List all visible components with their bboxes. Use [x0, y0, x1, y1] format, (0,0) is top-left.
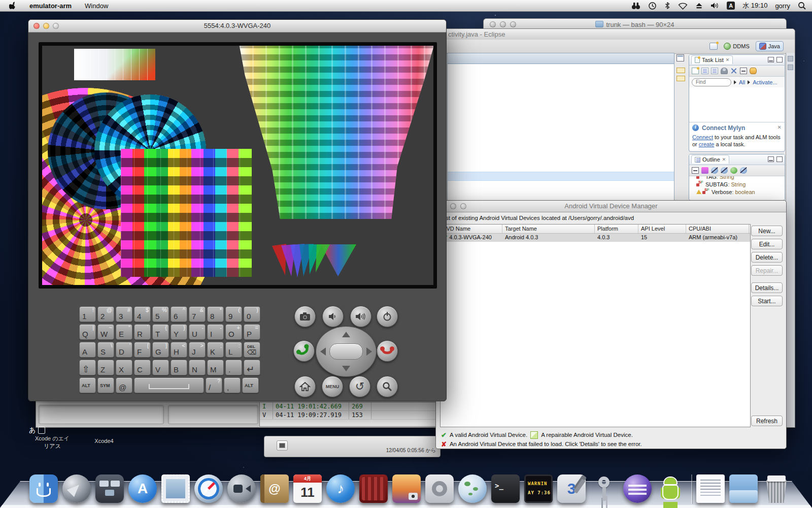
perspective-ddms[interactable]: DDMS: [721, 42, 752, 51]
dock-android[interactable]: [656, 474, 685, 503]
avd-table-row[interactable]: ✔4.0.3-WVGA-240Android 4.0.34.0.315ARM (…: [441, 234, 750, 242]
new-task-icon[interactable]: [692, 68, 699, 74]
key-c[interactable]: C: [134, 360, 151, 375]
key-l[interactable]: L:: [225, 342, 242, 358]
home-button[interactable]: [294, 376, 316, 397]
dpad-left-icon[interactable]: [320, 347, 326, 356]
dock-eclipse[interactable]: [623, 474, 652, 503]
minimize-icon[interactable]: [768, 57, 774, 62]
hide-static-icon[interactable]: [721, 167, 728, 174]
outline-item[interactable]: TAG : String: [696, 176, 785, 180]
filter-list-box[interactable]: [39, 405, 164, 424]
new-button[interactable]: New...: [751, 226, 783, 236]
desktop-alias-label[interactable]: Xcode のエイ リアス: [24, 435, 80, 450]
maximize-icon[interactable]: [776, 57, 783, 62]
emulator-screen[interactable]: [39, 42, 437, 289]
dock-finder[interactable]: [29, 474, 58, 503]
dpad-up-icon[interactable]: [342, 332, 350, 337]
editor-area[interactable]: [447, 53, 674, 202]
search-button[interactable]: [377, 376, 398, 397]
key-6[interactable]: 6^: [171, 306, 187, 322]
key-@[interactable]: @: [116, 377, 132, 393]
hide-local-icon[interactable]: [740, 167, 747, 174]
menu-clock[interactable]: 水 19:10: [742, 1, 767, 10]
maximize-icon[interactable]: [776, 156, 783, 162]
hide-fields-icon[interactable]: [711, 167, 718, 174]
key-5[interactable]: 5%: [152, 306, 169, 322]
dpad-center-button[interactable]: [329, 343, 363, 360]
delete-button[interactable]: Delete...: [751, 252, 783, 263]
dock-app-store[interactable]: A: [128, 474, 157, 503]
menu-button[interactable]: MENU: [322, 376, 343, 397]
key-z[interactable]: Z: [97, 360, 114, 375]
all-link[interactable]: All: [739, 79, 745, 85]
key-space[interactable]: [134, 377, 204, 393]
close-icon[interactable]: ✕: [777, 124, 782, 130]
key-w[interactable]: W~: [97, 324, 114, 340]
minimize-icon[interactable]: [768, 156, 774, 162]
key-3[interactable]: 3#: [116, 306, 132, 322]
power-button[interactable]: [377, 306, 398, 327]
dock-iphoto[interactable]: [392, 474, 421, 503]
key-v[interactable]: V: [152, 360, 169, 375]
eject-icon[interactable]: [695, 2, 703, 9]
key-q[interactable]: Q|: [79, 324, 96, 340]
dock-downloads[interactable]: [729, 474, 758, 503]
column-header[interactable]: Target Name: [502, 225, 595, 233]
key-y[interactable]: Y}: [171, 324, 187, 340]
collapse-all-icon[interactable]: [692, 167, 699, 174]
create-link[interactable]: create: [699, 141, 715, 147]
key-alt[interactable]: ALT: [79, 377, 96, 393]
input-method-badge[interactable]: A: [727, 2, 735, 10]
key-u[interactable]: U-: [189, 324, 206, 340]
key-del[interactable]: DEL⌫: [244, 342, 260, 358]
synchronize-icon[interactable]: [750, 68, 757, 74]
dock-facetime[interactable]: [227, 474, 256, 503]
desktop-xcode4-label[interactable]: Xcode4: [86, 438, 122, 444]
key-1[interactable]: 1!: [79, 306, 96, 322]
key-alt[interactable]: ALT: [242, 377, 259, 393]
perspective-java[interactable]: Java: [756, 41, 784, 51]
spotlight-icon[interactable]: [798, 2, 806, 10]
menu-window[interactable]: Window: [85, 2, 108, 10]
close-icon[interactable]: ✕: [726, 57, 730, 62]
dock-system-preferences[interactable]: [425, 474, 454, 503]
task-list-content[interactable]: [689, 87, 785, 122]
key-k[interactable]: K;: [207, 342, 224, 358]
call-button[interactable]: [293, 340, 315, 362]
dock-xcode[interactable]: 3: [557, 474, 586, 503]
open-perspective-icon[interactable]: [709, 43, 718, 50]
tab-task-list[interactable]: Task List ✕: [691, 55, 733, 64]
column-header[interactable]: AVD Name: [441, 225, 502, 233]
activate-link[interactable]: Activate...: [753, 79, 777, 85]
connect-link[interactable]: Connect: [692, 134, 713, 140]
key-s[interactable]: S\: [97, 342, 114, 358]
find-input[interactable]: [692, 78, 731, 86]
restore-view-icon[interactable]: [676, 54, 684, 61]
dock-itunes[interactable]: ♪: [326, 474, 355, 503]
details-button[interactable]: Details...: [751, 282, 783, 293]
key-p[interactable]: P=: [244, 324, 260, 340]
collapse-all-icon[interactable]: [740, 68, 747, 74]
key-x[interactable]: X: [116, 360, 132, 375]
dock-web-globe[interactable]: [458, 474, 487, 503]
key-0[interactable]: 0): [244, 306, 260, 322]
sort-az-icon[interactable]: [701, 167, 708, 174]
dock-calendar[interactable]: 4月11: [293, 474, 322, 503]
dpad-right-icon[interactable]: [366, 347, 372, 356]
key-d[interactable]: D': [116, 342, 132, 358]
camera-button[interactable]: [294, 306, 316, 327]
end-call-button[interactable]: [377, 340, 398, 362]
key-9[interactable]: 9(: [225, 306, 242, 322]
key-b[interactable]: B: [171, 360, 187, 375]
avd-titlebar[interactable]: Android Virtual Device Manager: [436, 201, 786, 212]
fast-view-icon[interactable]: [788, 56, 793, 61]
outline-item[interactable]: SUBTAG : String: [696, 180, 785, 188]
emulator-titlebar[interactable]: 5554:4.0.3-WVGA-240: [28, 20, 446, 33]
outline-items[interactable]: TAG : StringSUBTAG : StringVerbose : boo…: [689, 176, 785, 200]
outline-item[interactable]: Verbose : boolean: [696, 188, 785, 196]
key-m[interactable]: M: [207, 360, 224, 375]
categorized-view-icon[interactable]: [701, 68, 708, 74]
fast-view-icon[interactable]: [788, 65, 793, 70]
key-h[interactable]: H<: [171, 342, 187, 358]
